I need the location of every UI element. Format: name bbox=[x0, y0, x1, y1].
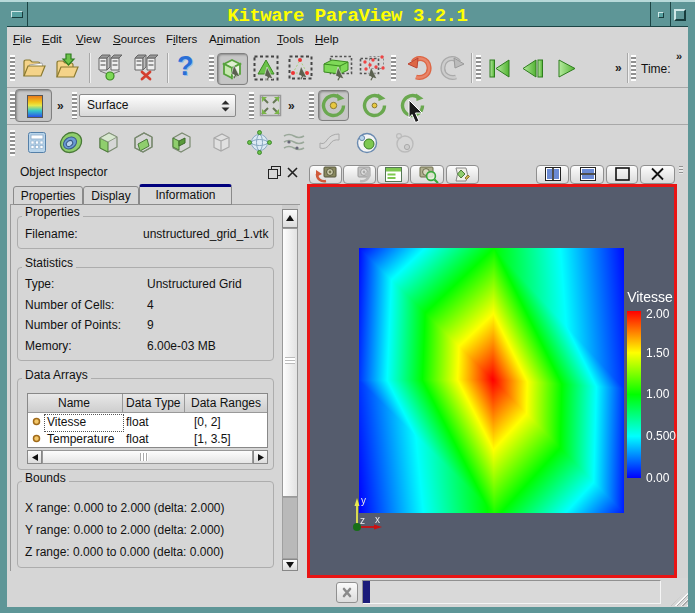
svg-text:y: y bbox=[361, 495, 366, 506]
svg-text:x: x bbox=[375, 514, 380, 525]
svg-text:z: z bbox=[360, 515, 365, 526]
